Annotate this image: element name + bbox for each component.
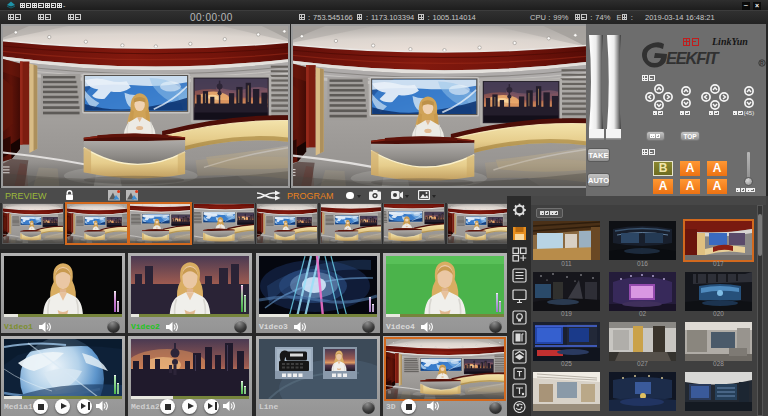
svg-text:R: R xyxy=(760,60,764,66)
svg-text:EEKFIT: EEKFIT xyxy=(666,49,721,67)
